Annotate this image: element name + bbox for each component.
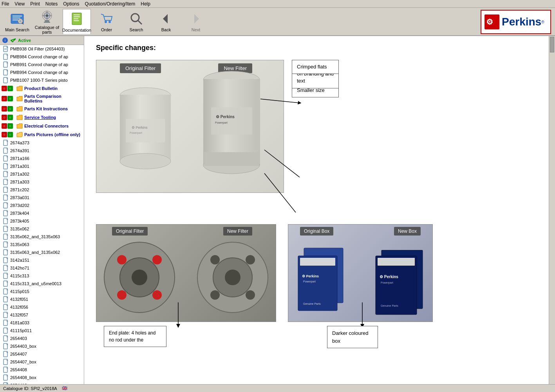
doc-file-icon xyxy=(3,351,9,357)
search-button[interactable]: Search xyxy=(122,9,150,34)
sidebar-part-item[interactable]: 3135x062_and_3135x063 xyxy=(0,233,84,241)
cat-collapse-btn5[interactable]: ○ xyxy=(2,123,7,129)
cat-collapse-btn[interactable]: ○ xyxy=(2,86,7,91)
documentation-button[interactable]: Documentation xyxy=(63,9,91,34)
order-icon xyxy=(99,11,114,27)
cat-collapse-btn4[interactable]: ○ xyxy=(2,115,7,120)
menu-options[interactable]: Options xyxy=(63,1,79,7)
sidebar-item-pmb991[interactable]: PMB991 Conrod change of ap xyxy=(0,61,84,68)
sidebar-part-item[interactable]: 2674a391 xyxy=(0,147,84,155)
sidebar-part-item[interactable]: 3142ho71 xyxy=(0,264,84,272)
sidebar-part-item[interactable]: 4115c313 xyxy=(0,272,84,280)
menu-notes[interactable]: Notes xyxy=(45,1,58,7)
catalogue-icon xyxy=(39,9,55,24)
sidebar-part-item[interactable]: 2873k405 xyxy=(0,217,84,225)
menu-view[interactable]: View xyxy=(14,1,25,7)
sidebar-part-item[interactable]: 2873k404 xyxy=(0,209,84,217)
parts-pictures-row: ○ ○ Parts Pictures (offline only) xyxy=(0,130,84,139)
cat-parts-pictures[interactable]: Parts Pictures (offline only) xyxy=(15,131,82,138)
next-label: Next xyxy=(192,27,201,32)
doc-file-icon xyxy=(3,327,9,334)
sidebar-item-pmb1007[interactable]: PMB1007 1000-T Series pisto xyxy=(0,76,84,84)
sidebar-part-item[interactable]: 2871a302 xyxy=(0,170,84,178)
cat-expand-btn5[interactable]: ○ xyxy=(7,123,13,129)
menu-file[interactable]: File xyxy=(2,1,9,7)
cat-service-tooling[interactable]: Service Tooling xyxy=(15,113,58,121)
doc-file-icon xyxy=(3,359,9,365)
sidebar-part-item[interactable]: 4132f056 xyxy=(0,303,84,311)
sidebar-part-item[interactable]: 41115p011 xyxy=(0,327,84,334)
right-scrollbar[interactable] xyxy=(549,36,555,384)
cat-collapse-btn6[interactable]: ○ xyxy=(2,132,7,137)
main-layout: i Active PMB938 Oil Filter (2654403) PMB… xyxy=(0,36,555,384)
menu-print[interactable]: Print xyxy=(30,1,40,7)
new-box-label: New Box xyxy=(394,227,421,236)
original-filter-img: ⚙ Perkins Powerpart xyxy=(116,84,175,178)
sidebar-part-item[interactable]: 2654412 xyxy=(0,381,84,384)
cat-expand-btn2[interactable]: ○ xyxy=(7,96,13,101)
back-button[interactable]: Back xyxy=(152,9,180,34)
cat-expand-btn[interactable]: ○ xyxy=(7,86,13,91)
sidebar-part-item[interactable]: 2654407_box xyxy=(0,358,84,366)
sidebar-part-item[interactable]: 4181a033 xyxy=(0,319,84,327)
folder-icon5 xyxy=(16,123,23,129)
sidebar-part-item[interactable]: 3135x063 xyxy=(0,241,84,248)
sidebar-item-pmb994[interactable]: PMB994 Conrod change of ap xyxy=(0,68,84,76)
sidebar-part-item[interactable]: 2654403 xyxy=(0,334,84,342)
doc-file-icon xyxy=(3,147,9,154)
original-endplate xyxy=(100,236,179,318)
doc-file-icon xyxy=(3,179,9,185)
cat-parts-comparison[interactable]: Parts Comparison Bulletins xyxy=(15,93,82,104)
sidebar-part-item[interactable]: 4115c313_and_u5me0013 xyxy=(0,280,84,288)
doc-file-icon xyxy=(3,140,9,146)
doc-file-icon xyxy=(3,54,9,60)
order-button[interactable]: Order xyxy=(92,9,121,34)
sidebar-part-item[interactable]: 2873a031 xyxy=(0,194,84,201)
sidebar-part-item[interactable]: 2654408 xyxy=(0,366,84,374)
folder-icon2 xyxy=(16,95,23,102)
folder-icon xyxy=(16,85,23,92)
sidebar-part-item[interactable]: 2871a301 xyxy=(0,162,84,170)
sidebar-part-item[interactable]: 4115p015 xyxy=(0,288,84,295)
content-area[interactable]: Specific changes: Original Filter New Fi… xyxy=(84,36,549,384)
sidebar-part-item[interactable]: 2654408_box xyxy=(0,374,84,381)
callout-endplate: End plate: 4 holes and no rod under the xyxy=(104,326,166,347)
sidebar-list: PMB938 Oil Filter (2654403) PMB984 Conro… xyxy=(0,45,84,384)
sidebar-part-item[interactable]: 2871a303 xyxy=(0,178,84,186)
cat-collapse-btn3[interactable]: ○ xyxy=(2,106,7,111)
sidebar-part-item[interactable]: 4132f057 xyxy=(0,311,84,319)
cat-parts-kit[interactable]: Parts Kit Instructions xyxy=(15,105,69,113)
menu-quotation[interactable]: Quotation/Ordering/Item xyxy=(85,1,136,7)
sidebar-part-item[interactable]: 3142a151 xyxy=(0,256,84,264)
doc-file-icon xyxy=(3,46,9,52)
svg-text:Genuine Parts: Genuine Parts xyxy=(303,302,321,305)
sidebar-part-item[interactable]: 2871c202 xyxy=(0,186,84,194)
new-box-img: ⚙ Perkins Powerpart Genuine Parts xyxy=(374,250,428,318)
sidebar-part-item[interactable]: 3135x062 xyxy=(0,225,84,233)
sidebar-part-item[interactable]: 2674a373 xyxy=(0,139,84,147)
sidebar-part-item[interactable]: 2654407 xyxy=(0,350,84,358)
cat-collapse-btn2[interactable]: ○ xyxy=(2,96,7,101)
cat-product-bulletin[interactable]: Product Bulletin xyxy=(15,85,59,92)
cat-electrical-connectors[interactable]: Electrical Connectors xyxy=(15,122,70,130)
sidebar-part-item[interactable]: 2871a166 xyxy=(0,155,84,162)
sidebar-part-item[interactable]: 2654403_box xyxy=(0,342,84,350)
sidebar-item-pmb984[interactable]: PMB984 Conrod change of ap xyxy=(0,53,84,61)
callout-crimped-text: Crimped flats xyxy=(297,64,327,70)
doc-file-icon xyxy=(3,61,9,68)
main-search-button[interactable]: Main Search xyxy=(3,9,31,34)
menu-help[interactable]: Help xyxy=(141,1,150,7)
bottom-section: Original Filter New Filter xyxy=(96,224,537,322)
next-button[interactable]: Next xyxy=(182,9,210,34)
sidebar-part-item[interactable]: 4132f051 xyxy=(0,295,84,303)
catalogue-button[interactable]: Catalogue of parts xyxy=(33,9,61,34)
sidebar-part-item[interactable]: 3135x063_and_3135x062 xyxy=(0,248,84,256)
sidebar-item-pmb938[interactable]: PMB938 Oil Filter (2654403) xyxy=(0,45,84,53)
menu-bar: File View Print Notes Options Quotation/… xyxy=(0,0,555,8)
new-filter-label2: New Filter xyxy=(223,227,252,236)
parts-kit-row: ○ ○ Parts Kit Instructions xyxy=(0,104,84,113)
cat-expand-btn3[interactable]: ○ xyxy=(7,106,13,111)
cat-expand-btn4[interactable]: ○ xyxy=(7,115,13,120)
sidebar-part-item[interactable]: 2873d202 xyxy=(0,201,84,209)
cat-expand-btn6[interactable]: ○ xyxy=(7,132,13,137)
